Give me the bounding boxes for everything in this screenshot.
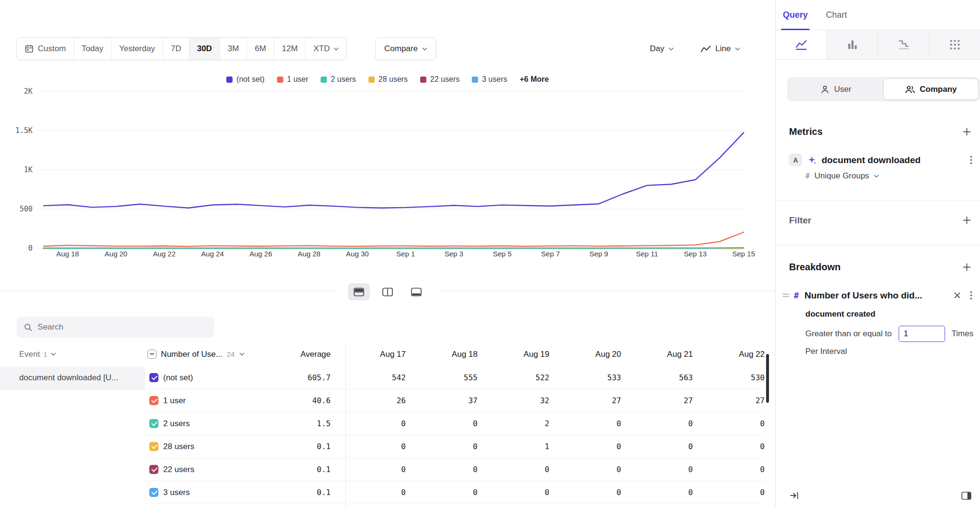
chevron-down-icon xyxy=(874,175,879,178)
column-divider xyxy=(345,342,346,507)
event-count: 1 xyxy=(43,350,47,358)
range-option-yesterday[interactable]: Yesterday xyxy=(111,38,163,60)
coll collapse-panel-button[interactable] xyxy=(790,491,799,500)
granularity-button[interactable]: Day xyxy=(644,37,679,60)
series-label: 2 users xyxy=(163,419,190,429)
results-table: Event 1 Number of Use... 24 Average Aug … xyxy=(0,342,765,507)
average-column-header[interactable]: Average xyxy=(265,350,331,359)
series-checkbox[interactable] xyxy=(149,373,158,382)
range-option-12m[interactable]: 12M xyxy=(274,38,305,60)
chart-kind-grid[interactable] xyxy=(929,30,980,59)
search-input[interactable] xyxy=(38,322,207,332)
event-column-header[interactable]: Event 1 xyxy=(0,350,143,359)
tab-chart[interactable]: Chart xyxy=(825,0,848,30)
layout-panel-button[interactable] xyxy=(961,491,971,500)
series-checkbox[interactable] xyxy=(149,488,158,497)
cell-value: 0 xyxy=(621,442,693,451)
drag-handle-icon[interactable] xyxy=(782,293,790,298)
cell-value: 0 xyxy=(334,419,406,428)
event-header-label: Event xyxy=(19,350,40,359)
plus-icon xyxy=(962,127,971,136)
chart-series[interactable] xyxy=(44,248,744,248)
range-option-xtd[interactable]: XTD xyxy=(305,38,346,60)
chart-kind-bar[interactable] xyxy=(826,30,878,59)
aggregation-hash-icon: # xyxy=(805,172,810,180)
chevron-down-icon xyxy=(334,47,339,51)
series-checkbox[interactable] xyxy=(149,396,158,405)
date-column-header[interactable]: Aug 18 xyxy=(406,350,478,359)
cell-value: 0 xyxy=(693,488,765,497)
series-label: 28 users xyxy=(163,442,194,452)
chart-series[interactable] xyxy=(44,132,744,208)
series-label: 1 user xyxy=(163,396,186,406)
collapse-right-icon xyxy=(790,491,799,500)
split-vertical-toggle[interactable] xyxy=(377,283,399,300)
entity-company[interactable]: Company xyxy=(883,78,979,100)
line-chart[interactable]: 05001K1.5K2KAug 18Aug 20Aug 22Aug 24Aug … xyxy=(0,67,775,263)
event-list-item[interactable]: document downloaded [U... xyxy=(0,366,145,390)
metric-event-name[interactable]: document downloaded xyxy=(822,155,963,165)
range-option-6m[interactable]: 6M xyxy=(246,38,274,60)
cell-value: 0 xyxy=(478,488,549,497)
condition-value-input[interactable] xyxy=(899,326,945,342)
kebab-icon xyxy=(970,291,972,300)
breakdown-menu-button[interactable] xyxy=(968,289,974,302)
table-row: 2 users1.5002000 xyxy=(145,412,765,435)
add-filter-button[interactable] xyxy=(961,215,972,226)
bottom-panel-toggle[interactable] xyxy=(405,283,427,300)
average-value: 0.1 xyxy=(265,465,331,474)
cell-value: 2 xyxy=(478,419,549,428)
series-checkbox[interactable] xyxy=(149,465,158,474)
entity-user[interactable]: User xyxy=(789,78,883,100)
table-row: 28 users0.1001000 xyxy=(145,435,765,458)
chevron-down-icon xyxy=(422,47,427,51)
tab-query[interactable]: Query xyxy=(782,0,809,30)
date-column-header[interactable]: Aug 21 xyxy=(621,350,693,359)
range-option-today[interactable]: Today xyxy=(74,38,111,60)
range-option-30d[interactable]: 30D xyxy=(189,38,220,60)
date-column-header[interactable]: Aug 20 xyxy=(549,350,621,359)
add-metric-button[interactable] xyxy=(961,126,972,137)
range-option-3m[interactable]: 3M xyxy=(220,38,247,60)
range-option-7d[interactable]: 7D xyxy=(163,38,189,60)
x-axis-tick: Sep 1 xyxy=(396,250,415,258)
plus-icon xyxy=(962,263,971,272)
metric-menu-button[interactable] xyxy=(968,154,974,166)
cell-value: 0 xyxy=(334,442,406,451)
average-value: 0.1 xyxy=(265,442,331,451)
cell-value: 0 xyxy=(406,488,478,497)
remove-breakdown-button[interactable] xyxy=(952,290,962,300)
series-count: 24 xyxy=(227,350,235,358)
chart-kind-line[interactable] xyxy=(776,30,826,59)
series-column-header[interactable]: Number of Use... 24 xyxy=(143,350,265,359)
date-column-header[interactable]: Aug 17 xyxy=(334,350,406,359)
event-sparkle-icon xyxy=(807,155,816,165)
cell-value: 522 xyxy=(478,373,549,382)
chart-type-button[interactable]: Line xyxy=(695,37,746,60)
series-checkbox[interactable] xyxy=(149,442,158,451)
compare-button[interactable]: Compare xyxy=(375,37,436,60)
chart-kind-funnel[interactable] xyxy=(878,30,929,59)
vertical-scrollbar[interactable] xyxy=(766,354,769,403)
y-axis-tick: 1.5K xyxy=(15,126,33,135)
date-column-header[interactable]: Aug 19 xyxy=(478,350,549,359)
add-breakdown-button[interactable] xyxy=(961,262,972,273)
series-checkbox[interactable] xyxy=(149,419,158,428)
chart-series[interactable] xyxy=(44,232,744,247)
aggregation-selector[interactable]: Unique Groups xyxy=(814,171,869,181)
user-icon xyxy=(820,85,830,94)
cell-value: 0 xyxy=(549,419,621,428)
breakdown-property[interactable]: Number of Users who did... xyxy=(804,290,952,301)
split-horizontal-toggle[interactable] xyxy=(348,283,370,300)
entity-company-label: Company xyxy=(920,85,957,94)
split-horizontal-icon xyxy=(354,287,364,297)
average-value: 605.7 xyxy=(265,373,331,382)
select-all-checkbox[interactable] xyxy=(147,350,156,359)
y-axis-tick: 1K xyxy=(24,165,33,174)
breakdown-item: # Number of Users who did... document cr… xyxy=(776,289,980,356)
panel-divider xyxy=(776,245,980,245)
x-axis-tick: Aug 30 xyxy=(346,250,369,258)
range-option-custom[interactable]: Custom xyxy=(17,38,74,60)
chart-type-label: Line xyxy=(715,44,731,54)
date-column-header[interactable]: Aug 22 xyxy=(693,350,765,359)
